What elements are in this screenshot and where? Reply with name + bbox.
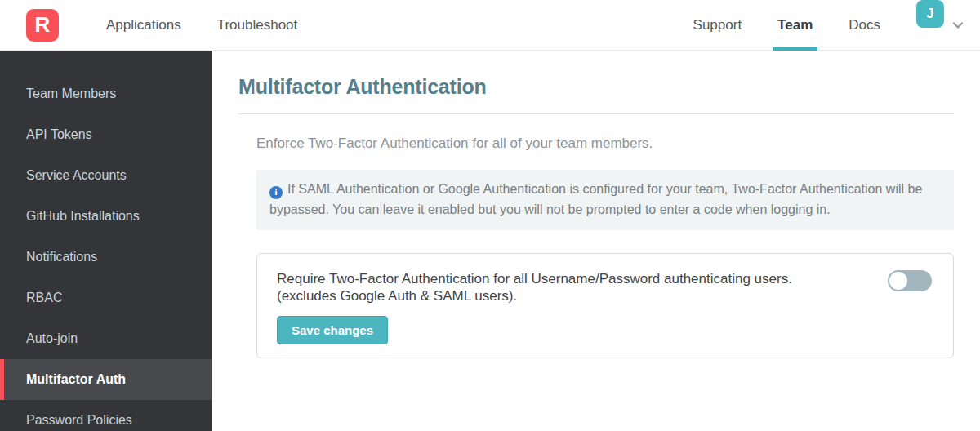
sidebar-item-rbac[interactable]: RBAC xyxy=(0,278,212,318)
chevron-down-icon[interactable] xyxy=(951,0,965,51)
brand-logo[interactable]: R xyxy=(26,9,59,42)
toggle-knob xyxy=(889,272,907,290)
nav-item-troubleshoot[interactable]: Troubleshoot xyxy=(199,0,316,51)
navbar-left-nav: Applications Troubleshoot xyxy=(88,0,315,51)
settings-sidebar: Team Members API Tokens Service Accounts… xyxy=(0,51,212,431)
info-note-text: If SAML Authentication or Google Authent… xyxy=(270,182,922,216)
sidebar-item-service-accounts[interactable]: Service Accounts xyxy=(0,155,212,196)
nav-item-support[interactable]: Support xyxy=(675,0,760,51)
navbar-right-nav: Support Team Docs J xyxy=(675,0,980,51)
setting-label: Require Two-Factor Authentication for al… xyxy=(277,270,933,305)
save-changes-button[interactable]: Save changes xyxy=(277,316,388,344)
sidebar-item-notifications[interactable]: Notifications xyxy=(0,237,212,278)
sidebar-item-multifactor-auth[interactable]: Multifactor Auth xyxy=(0,359,212,400)
info-icon: i xyxy=(270,186,283,199)
sidebar-item-password-policies[interactable]: Password Policies xyxy=(0,400,212,431)
title-divider xyxy=(238,113,954,114)
sidebar-item-api-tokens[interactable]: API Tokens xyxy=(0,114,212,155)
sidebar-item-github-installations[interactable]: GitHub Installations xyxy=(0,196,212,237)
setting-label-line2: (excludes Google Auth & SAML users). xyxy=(277,287,827,304)
main-content: Multifactor Authentication Enforce Two-F… xyxy=(212,51,980,431)
intro-text: Enforce Two-Factor Authentication for al… xyxy=(256,136,954,152)
user-avatar[interactable]: J xyxy=(916,0,944,28)
mfa-section: Enforce Two-Factor Authentication for al… xyxy=(256,136,954,358)
nav-item-applications[interactable]: Applications xyxy=(88,0,199,51)
brand-logo-letter: R xyxy=(35,12,51,38)
top-navbar: R Applications Troubleshoot Support Team… xyxy=(0,0,980,51)
nav-item-team[interactable]: Team xyxy=(760,0,831,51)
setting-label-line1: Require Two-Factor Authentication for al… xyxy=(277,270,827,287)
require-2fa-toggle[interactable] xyxy=(888,270,932,291)
saml-info-note: iIf SAML Authentication or Google Authen… xyxy=(256,170,954,230)
sidebar-item-auto-join[interactable]: Auto-join xyxy=(0,318,212,359)
sidebar-item-team-members[interactable]: Team Members xyxy=(0,73,212,114)
nav-item-docs[interactable]: Docs xyxy=(831,0,898,51)
page-title: Multifactor Authentication xyxy=(238,75,954,99)
mfa-setting-card: Require Two-Factor Authentication for al… xyxy=(256,253,954,359)
avatar-initial: J xyxy=(927,7,934,21)
